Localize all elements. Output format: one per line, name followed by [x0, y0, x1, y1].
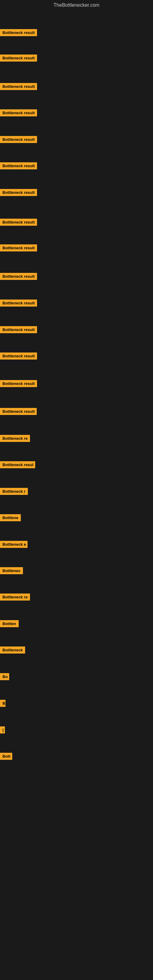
bottleneck-badge: Bottleneck result	[0, 380, 37, 387]
bottleneck-badge: Bottleneck result	[0, 273, 37, 280]
bottleneck-item[interactable]: Bottlenec	[0, 567, 23, 576]
bottleneck-badge: Bottleneck result	[0, 244, 37, 251]
bottleneck-item[interactable]: Bottleneck result	[0, 353, 37, 361]
bottleneck-badge: Bottleneck	[0, 646, 25, 654]
bottleneck-badge: Bottleneck result	[0, 326, 37, 333]
bottleneck-badge: Bottlen	[0, 620, 19, 627]
bottleneck-badge: Bottleneck resul	[0, 461, 35, 468]
bottleneck-badge: Bottleneck result	[0, 219, 37, 226]
bottleneck-item[interactable]: B	[0, 700, 5, 708]
bottleneck-item[interactable]: Bottleneck result	[0, 136, 37, 144]
bottleneck-item[interactable]: Bo	[0, 673, 9, 681]
site-title-container: TheBottlenecker.com	[0, 0, 153, 12]
bottleneck-badge: Bottleneck result	[0, 299, 37, 307]
bottleneck-badge: Bottleneck result	[0, 83, 37, 90]
bottleneck-badge: Bottleneck result	[0, 136, 37, 143]
bottleneck-item[interactable]: Bottleneck result	[0, 109, 37, 118]
bottleneck-item[interactable]: Bottleneck e	[0, 541, 27, 549]
bottleneck-item[interactable]: Bottleneck result	[0, 326, 37, 334]
bottleneck-item[interactable]: Bottleneck result	[0, 219, 37, 227]
bottleneck-badge: Bottleneck result	[0, 353, 37, 360]
bottleneck-item[interactable]: Bottleneck result	[0, 189, 37, 197]
bottleneck-badge: Bottleneck result	[0, 109, 37, 116]
bottleneck-item[interactable]: Bottlene	[0, 514, 21, 522]
bottleneck-item[interactable]: Bottleneck result	[0, 162, 37, 170]
bottleneck-badge: Bottleneck r	[0, 488, 28, 495]
bottleneck-badge: Bott	[0, 753, 12, 760]
bottleneck-item[interactable]: Bott	[0, 753, 12, 761]
bottleneck-item[interactable]: Bottleneck result	[0, 244, 37, 253]
bottleneck-item[interactable]: Bottleneck re	[0, 593, 30, 602]
bottleneck-badge: Bottleneck result	[0, 29, 37, 36]
bottleneck-item[interactable]: Bottleneck result	[0, 408, 37, 416]
bottleneck-badge: Bottleneck e	[0, 541, 27, 548]
bottleneck-badge: |	[0, 726, 5, 733]
bottleneck-item[interactable]: |	[0, 726, 5, 735]
bottleneck-badge: Bottleneck re	[0, 435, 30, 442]
bottleneck-item[interactable]: Bottleneck resul	[0, 461, 35, 469]
bottleneck-item[interactable]: Bottleneck result	[0, 380, 37, 388]
bottleneck-badge: Bottlene	[0, 514, 21, 521]
bottleneck-item[interactable]: Bottleneck result	[0, 273, 37, 281]
bottleneck-badge: Bo	[0, 673, 9, 680]
bottleneck-item[interactable]: Bottleneck result	[0, 29, 37, 37]
site-title: TheBottlenecker.com	[0, 0, 153, 12]
bottleneck-item[interactable]: Bottleneck result	[0, 299, 37, 308]
bottleneck-badge: Bottleneck result	[0, 408, 37, 415]
bottleneck-badge: Bottleneck re	[0, 593, 30, 601]
bottleneck-item[interactable]: Bottleneck re	[0, 435, 30, 443]
bottleneck-badge: Bottleneck result	[0, 54, 37, 62]
bottleneck-item[interactable]: Bottleneck	[0, 646, 25, 655]
bottleneck-badge: Bottleneck result	[0, 189, 37, 196]
bottleneck-badge: Bottleneck result	[0, 162, 37, 169]
bottleneck-item[interactable]: Bottleneck r	[0, 488, 28, 496]
bottleneck-item[interactable]: Bottleneck result	[0, 83, 37, 91]
bottleneck-item[interactable]: Bottlen	[0, 620, 19, 628]
bottleneck-badge: Bottlenec	[0, 567, 23, 574]
bottleneck-badge: B	[0, 700, 5, 707]
bottleneck-item[interactable]: Bottleneck result	[0, 54, 37, 63]
